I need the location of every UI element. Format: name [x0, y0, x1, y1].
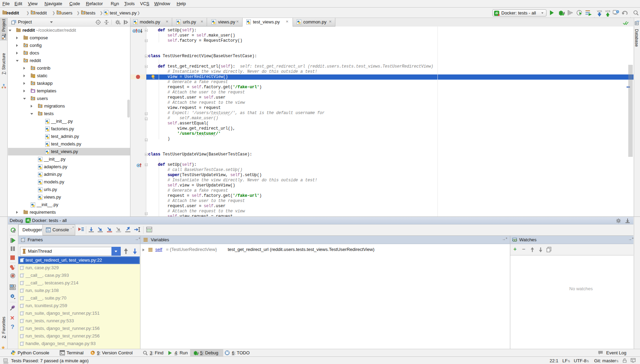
svg-text:VCS: VCS — [605, 10, 610, 12]
svg-text:VCS: VCS — [597, 10, 602, 12]
svg-text:s: s — [22, 239, 24, 241]
